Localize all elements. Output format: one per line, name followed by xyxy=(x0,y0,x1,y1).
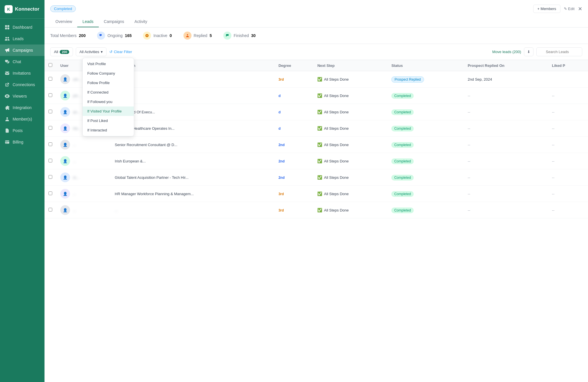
search-leads-input[interactable] xyxy=(536,47,582,56)
search-wrap: 🔍 xyxy=(536,47,582,56)
col-status: Status xyxy=(387,60,464,71)
row-user: 👤 ... xyxy=(56,186,111,202)
degree-badge: d xyxy=(278,94,281,98)
next-step-text: All Steps Done xyxy=(324,94,349,98)
dropdown-if-post-liked[interactable]: If Post Liked xyxy=(83,116,134,125)
next-step-text: All Steps Done xyxy=(324,159,349,163)
row-degree: 2nd xyxy=(274,137,314,153)
mail-icon xyxy=(5,71,10,76)
tab-activity[interactable]: Activity xyxy=(129,16,152,27)
dropdown-if-followed-you[interactable]: If Followed you xyxy=(83,97,134,106)
stat-total-members: Total Members 200 xyxy=(50,33,86,38)
svg-rect-0 xyxy=(5,25,7,27)
sidebar-item-chat[interactable]: Chat xyxy=(0,56,45,67)
row-occupation: Global Head Of Execu... xyxy=(111,104,274,120)
row-liked: -- xyxy=(548,137,588,153)
row-checkbox-cell xyxy=(45,120,56,137)
row-checkbox[interactable] xyxy=(49,110,52,113)
activities-dropdown-menu: Visit Profile Follow Company Follow Prof… xyxy=(82,58,134,136)
row-next-step: ✅ All Steps Done xyxy=(313,153,387,169)
row-next-step: ✅ All Steps Done xyxy=(313,186,387,202)
avatar: 👤 xyxy=(60,123,70,133)
download-icon: ⬇ xyxy=(527,50,530,54)
degree-badge: 3rd xyxy=(278,192,284,196)
degree-badge: 2nd xyxy=(278,143,285,147)
row-replied-on: -- xyxy=(464,153,548,169)
row-checkbox[interactable] xyxy=(49,126,52,130)
tab-overview[interactable]: Overview xyxy=(50,16,77,27)
sidebar-item-integration[interactable]: Integration xyxy=(0,102,45,113)
sidebar-item-posts[interactable]: Posts xyxy=(0,125,45,136)
row-checkbox[interactable] xyxy=(49,142,52,146)
logo-area[interactable]: K Konnector xyxy=(0,0,45,19)
sidebar-label-invitations: Invitations xyxy=(13,71,31,75)
col-liked: Liked P xyxy=(548,60,588,71)
row-checkbox[interactable] xyxy=(49,159,52,162)
status-badge: Completed xyxy=(391,109,414,115)
row-status: Completed xyxy=(387,137,464,153)
dropdown-follow-profile[interactable]: Follow Profile xyxy=(83,78,134,88)
next-step-text: All Steps Done xyxy=(324,175,349,180)
grid-icon xyxy=(5,25,10,30)
users-icon xyxy=(5,36,10,41)
row-status: Completed xyxy=(387,153,464,169)
close-button[interactable]: ✕ xyxy=(578,6,582,12)
row-checkbox-cell xyxy=(45,202,56,218)
row-checkbox[interactable] xyxy=(49,77,52,81)
tab-campaigns[interactable]: Campaigns xyxy=(99,16,129,27)
row-next-step: ✅ All Steps Done xyxy=(313,104,387,120)
sidebar-item-dashboard[interactable]: Dashboard xyxy=(0,22,45,33)
degree-badge: 3rd xyxy=(278,208,284,212)
row-status: Completed xyxy=(387,88,464,104)
row-liked: -- xyxy=(548,202,588,218)
status-badge: Completed xyxy=(391,208,414,213)
activities-dropdown[interactable]: All Activities ▾ xyxy=(76,47,107,56)
dropdown-if-visited-profile[interactable]: If Visited Your Profile xyxy=(83,106,134,116)
download-button[interactable]: ⬇ xyxy=(524,47,533,56)
sidebar-label-leads: Leads xyxy=(13,36,24,41)
stat-inactive: Inactive 0 xyxy=(143,32,172,40)
row-checkbox[interactable] xyxy=(49,175,52,179)
sidebar-item-connections[interactable]: Connections xyxy=(0,79,45,90)
occupation-text: HR Manager Workforce Planning & Managem.… xyxy=(115,192,194,196)
row-checkbox-cell xyxy=(45,88,56,104)
chevron-down-icon: ▾ xyxy=(101,50,103,54)
dropdown-if-interacted[interactable]: If Interacted xyxy=(83,125,134,135)
row-status: Completed xyxy=(387,202,464,218)
row-checkbox-cell xyxy=(45,169,56,186)
col-next-step: Next Step xyxy=(313,60,387,71)
move-leads-button[interactable]: Move leads (200) xyxy=(492,50,521,54)
sidebar-item-campaigns[interactable]: Campaigns xyxy=(0,44,45,56)
filter-all-button[interactable]: All 200 xyxy=(50,47,73,56)
clear-filter-button[interactable]: ↺ Clear Filter xyxy=(109,50,132,54)
edit-button[interactable]: ✎ Edit xyxy=(564,7,575,11)
sidebar-item-leads[interactable]: Leads xyxy=(0,33,45,44)
select-all-checkbox[interactable] xyxy=(49,63,52,67)
dropdown-follow-company[interactable]: Follow Company xyxy=(83,69,134,78)
sidebar-item-members[interactable]: Member(s) xyxy=(0,113,45,125)
avatar: 👤 xyxy=(60,205,70,215)
row-degree: d xyxy=(274,88,314,104)
occupation-text: Irish European &... xyxy=(115,159,146,163)
row-checkbox[interactable] xyxy=(49,191,52,195)
check-icon: ✅ xyxy=(317,191,322,196)
inactive-value: 0 xyxy=(170,33,172,38)
sidebar-item-billing[interactable]: Billing xyxy=(0,136,45,148)
next-step-text: All Steps Done xyxy=(324,126,349,131)
sidebar-item-viewers[interactable]: Viewers xyxy=(0,90,45,102)
add-members-button[interactable]: + Members xyxy=(533,5,560,13)
inactive-icon xyxy=(143,32,151,40)
avatar: 👤 xyxy=(60,107,70,117)
check-icon: ✅ xyxy=(317,142,322,147)
tab-leads[interactable]: Leads xyxy=(77,16,98,27)
row-checkbox[interactable] xyxy=(49,208,52,212)
row-checkbox[interactable] xyxy=(49,93,52,97)
dropdown-if-connected[interactable]: If Connected xyxy=(83,88,134,97)
row-user: 👤 ... xyxy=(56,153,111,169)
dropdown-visit-profile[interactable]: Visit Profile xyxy=(83,59,134,69)
sidebar-item-invitations[interactable]: Invitations xyxy=(0,67,45,79)
user-name: ... xyxy=(73,159,76,163)
sidebar-label-viewers: Viewers xyxy=(13,94,27,98)
user-name: uhr... xyxy=(73,77,81,82)
row-degree: 2nd xyxy=(274,153,314,169)
